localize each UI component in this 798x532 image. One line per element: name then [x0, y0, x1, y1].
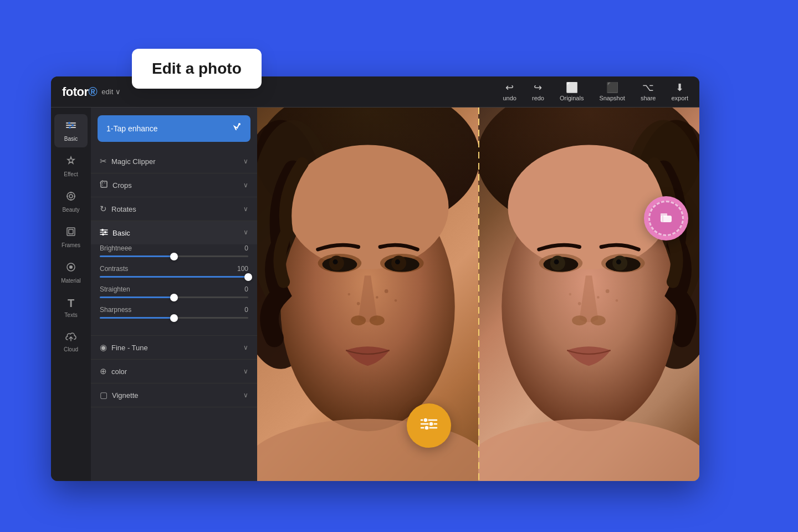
svg-point-59 [554, 259, 559, 264]
edit-mode-label[interactable]: edit ∨ [101, 88, 121, 96]
svg-point-15 [69, 265, 73, 269]
svg-point-52 [508, 145, 669, 269]
nav-item-effect[interactable]: Effect [54, 150, 88, 183]
nav-item-beauty[interactable]: Beauty [54, 185, 88, 218]
magic-clipper-icon: ✂ [100, 156, 107, 166]
material-nav-icon [65, 262, 76, 275]
vignette-section: ▢ Vignette ∨ [91, 383, 257, 407]
eraser-icon [657, 208, 675, 229]
nav-item-basic[interactable]: Basic [54, 114, 88, 147]
rotates-header[interactable]: ↻ Rotates ∨ [91, 197, 257, 221]
basic-icon [100, 228, 108, 238]
redo-button[interactable]: ↪ redo [532, 83, 544, 101]
svg-rect-18 [101, 181, 107, 187]
svg-point-64 [597, 296, 599, 298]
color-icon: ⊕ [100, 366, 107, 376]
nav-item-cloud[interactable]: Cloud [54, 326, 88, 358]
sharpness-track[interactable] [100, 317, 248, 319]
svg-point-75 [423, 418, 428, 422]
svg-point-60 [616, 259, 621, 264]
app-window: fotor® edit ∨ ↩ undo ↪ redo ⬜ Originals … [51, 76, 699, 481]
effect-nav-icon [65, 155, 76, 169]
split-divider [478, 108, 479, 481]
fine-tune-chevron: ∨ [243, 344, 248, 351]
frames-nav-icon [65, 226, 76, 240]
svg-point-3 [68, 122, 70, 124]
basic-chevron: ∧ [243, 229, 248, 237]
svg-point-45 [348, 293, 350, 295]
svg-point-31 [287, 145, 448, 269]
crops-chevron: ∨ [243, 181, 248, 189]
straighten-slider-row: Straighten 0 [100, 285, 248, 298]
tooltip-title: Edit a photo [152, 60, 242, 78]
sharpness-slider-row: Sharpness 0 [100, 306, 248, 319]
undo-button[interactable]: ↩ undo [503, 83, 516, 101]
svg-point-77 [424, 426, 429, 430]
svg-point-42 [385, 289, 388, 293]
export-button[interactable]: ⬇ export [671, 83, 688, 101]
eraser-float-button[interactable] [644, 196, 688, 241]
crops-header[interactable]: Crops ∨ [91, 173, 257, 197]
originals-icon: ⬜ [566, 83, 578, 93]
svg-point-4 [71, 124, 74, 126]
sliders-float-button[interactable] [407, 403, 451, 448]
color-header[interactable]: ⊕ color ∨ [91, 360, 257, 383]
svg-point-62 [591, 315, 606, 325]
nav-item-texts[interactable]: T Texts [54, 291, 88, 324]
canvas-area[interactable] [257, 108, 699, 481]
undo-icon: ↩ [505, 83, 514, 93]
snapshot-icon: ⬛ [606, 83, 618, 93]
fine-tune-header[interactable]: ◉ Fine - Tune ∨ [91, 336, 257, 359]
svg-point-25 [104, 231, 106, 233]
logo-reg: ® [89, 85, 98, 99]
vignette-header[interactable]: ▢ Vignette ∨ [91, 383, 257, 407]
basic-section: Basic ∧ Brightneee 0 [91, 221, 257, 336]
originals-button[interactable]: ⬜ Originals [560, 83, 584, 101]
sliders-icon [420, 416, 438, 436]
redo-icon: ↪ [534, 83, 542, 93]
svg-point-39 [395, 259, 400, 264]
svg-rect-70 [661, 213, 667, 217]
app-logo: fotor® [62, 85, 97, 99]
brightness-track[interactable] [100, 255, 248, 257]
svg-point-7 [69, 195, 73, 198]
svg-point-66 [569, 293, 571, 295]
color-chevron: ∨ [243, 367, 248, 375]
photo-after [478, 108, 699, 481]
vignette-icon: ▢ [100, 390, 108, 400]
contrasts-slider-row: Contrasts 100 [100, 265, 248, 278]
straighten-track[interactable] [100, 296, 248, 298]
fine-tune-icon: ◉ [100, 342, 107, 352]
share-button[interactable]: ⌥ share [641, 83, 656, 101]
basic-section-header[interactable]: Basic ∧ [91, 221, 257, 244]
nav-item-frames[interactable]: Frames [54, 221, 88, 254]
svg-point-67 [578, 302, 581, 305]
basic-sliders: Brightneee 0 Contrasts 100 [91, 244, 257, 335]
side-panel: 1-Tap enhance ✂ Magic Clipper ∨ [91, 108, 257, 481]
contrasts-track[interactable] [100, 276, 248, 278]
enhance-button[interactable]: 1-Tap enhance [98, 115, 250, 142]
enhance-icon [231, 122, 242, 135]
fine-tune-section: ◉ Fine - Tune ∨ [91, 336, 257, 360]
nav-item-material[interactable]: Material [54, 256, 88, 289]
svg-point-38 [333, 259, 338, 264]
magic-clipper-header[interactable]: ✂ Magic Clipper ∨ [91, 150, 257, 173]
magic-clipper-chevron: ∨ [243, 157, 248, 165]
beauty-nav-icon [65, 191, 76, 204]
svg-point-46 [357, 302, 360, 305]
color-section: ⊕ color ∨ [91, 360, 257, 383]
export-icon: ⬇ [676, 83, 684, 93]
photo-display [257, 108, 699, 481]
brightness-slider-row: Brightneee 0 [100, 244, 248, 257]
svg-point-63 [606, 289, 610, 293]
tooltip-bubble: Edit a photo [132, 49, 262, 89]
svg-point-43 [376, 296, 378, 298]
rotates-section: ↻ Rotates ∨ [91, 197, 257, 221]
snapshot-button[interactable]: ⬛ Snapshot [599, 83, 625, 101]
share-icon: ⌥ [642, 83, 654, 93]
rotates-chevron: ∨ [243, 205, 248, 213]
svg-point-6 [67, 192, 75, 200]
svg-rect-12 [67, 228, 75, 236]
app-body: Basic Effect [51, 108, 699, 481]
svg-point-26 [102, 233, 104, 236]
